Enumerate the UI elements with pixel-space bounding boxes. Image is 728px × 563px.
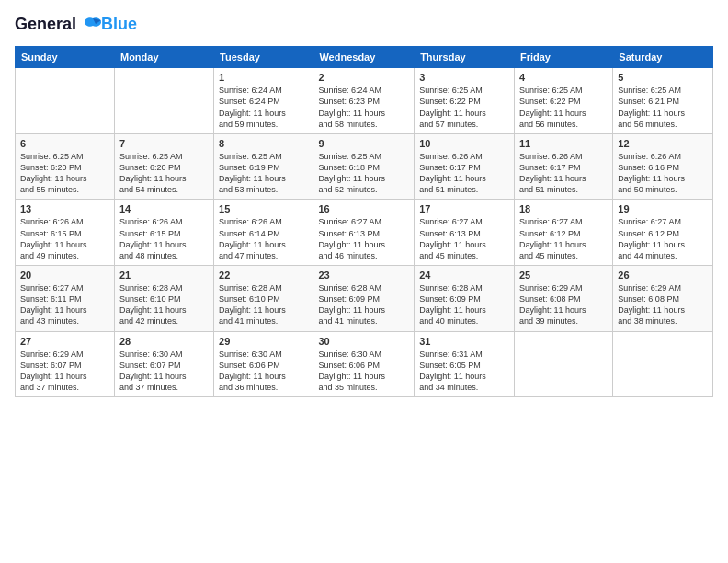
calendar-cell: 20Sunrise: 6:27 AM Sunset: 6:11 PM Dayli… xyxy=(16,265,115,331)
cell-content: Sunrise: 6:28 AM Sunset: 6:10 PM Dayligh… xyxy=(119,282,209,327)
calendar-cell: 16Sunrise: 6:27 AM Sunset: 6:13 PM Dayli… xyxy=(313,200,415,266)
logo: General Blue xyxy=(15,15,137,35)
day-number: 26 xyxy=(618,270,708,281)
calendar-cell xyxy=(114,68,213,134)
calendar-cell: 31Sunrise: 6:31 AM Sunset: 6:05 PM Dayli… xyxy=(415,331,515,397)
day-number: 14 xyxy=(119,203,209,214)
calendar-cell: 28Sunrise: 6:30 AM Sunset: 6:07 PM Dayli… xyxy=(114,331,213,397)
calendar-cell: 11Sunrise: 6:26 AM Sunset: 6:17 PM Dayli… xyxy=(514,133,612,200)
day-number: 31 xyxy=(419,336,509,347)
calendar-cell: 25Sunrise: 6:29 AM Sunset: 6:08 PM Dayli… xyxy=(514,265,612,331)
day-number: 21 xyxy=(119,270,209,281)
cell-content: Sunrise: 6:26 AM Sunset: 6:15 PM Dayligh… xyxy=(20,216,109,261)
day-number: 13 xyxy=(20,203,109,214)
cell-content: Sunrise: 6:24 AM Sunset: 6:23 PM Dayligh… xyxy=(318,85,409,130)
day-number: 5 xyxy=(618,72,708,83)
day-number: 10 xyxy=(419,138,509,149)
calendar-cell: 22Sunrise: 6:28 AM Sunset: 6:10 PM Dayli… xyxy=(214,265,313,331)
cell-content: Sunrise: 6:27 AM Sunset: 6:12 PM Dayligh… xyxy=(618,216,708,261)
header: General Blue xyxy=(15,15,713,35)
cell-content: Sunrise: 6:27 AM Sunset: 6:13 PM Dayligh… xyxy=(419,216,509,261)
day-number: 27 xyxy=(20,336,109,347)
calendar-cell: 27Sunrise: 6:29 AM Sunset: 6:07 PM Dayli… xyxy=(16,331,115,397)
calendar-day-header: Monday xyxy=(114,47,213,68)
calendar-cell: 14Sunrise: 6:26 AM Sunset: 6:15 PM Dayli… xyxy=(114,200,213,266)
calendar-cell: 9Sunrise: 6:25 AM Sunset: 6:18 PM Daylig… xyxy=(313,133,415,200)
cell-content: Sunrise: 6:27 AM Sunset: 6:11 PM Dayligh… xyxy=(20,282,109,327)
logo-blue: Blue xyxy=(101,15,137,35)
day-number: 30 xyxy=(318,336,409,347)
calendar-week-row: 13Sunrise: 6:26 AM Sunset: 6:15 PM Dayli… xyxy=(16,200,713,266)
calendar-week-row: 20Sunrise: 6:27 AM Sunset: 6:11 PM Dayli… xyxy=(16,265,713,331)
logo-bird-icon xyxy=(83,15,103,35)
day-number: 29 xyxy=(219,336,308,347)
calendar-day-header: Tuesday xyxy=(214,47,313,68)
day-number: 20 xyxy=(20,270,109,281)
cell-content: Sunrise: 6:28 AM Sunset: 6:09 PM Dayligh… xyxy=(318,282,409,327)
calendar-cell: 24Sunrise: 6:28 AM Sunset: 6:09 PM Dayli… xyxy=(415,265,515,331)
calendar-cell: 17Sunrise: 6:27 AM Sunset: 6:13 PM Dayli… xyxy=(415,200,515,266)
calendar-cell xyxy=(16,68,115,134)
calendar-cell: 8Sunrise: 6:25 AM Sunset: 6:19 PM Daylig… xyxy=(214,133,313,200)
day-number: 18 xyxy=(519,203,608,214)
day-number: 1 xyxy=(219,72,308,83)
day-number: 25 xyxy=(519,270,608,281)
calendar-cell: 3Sunrise: 6:25 AM Sunset: 6:22 PM Daylig… xyxy=(415,68,515,134)
cell-content: Sunrise: 6:30 AM Sunset: 6:06 PM Dayligh… xyxy=(219,349,308,394)
day-number: 12 xyxy=(618,138,708,149)
calendar-cell: 6Sunrise: 6:25 AM Sunset: 6:20 PM Daylig… xyxy=(16,133,115,200)
day-number: 23 xyxy=(318,270,409,281)
calendar-cell: 15Sunrise: 6:26 AM Sunset: 6:14 PM Dayli… xyxy=(214,200,313,266)
calendar-cell: 5Sunrise: 6:25 AM Sunset: 6:21 PM Daylig… xyxy=(613,68,713,134)
day-number: 2 xyxy=(318,72,409,83)
day-number: 24 xyxy=(419,270,509,281)
calendar-cell: 23Sunrise: 6:28 AM Sunset: 6:09 PM Dayli… xyxy=(313,265,415,331)
day-number: 9 xyxy=(318,138,409,149)
cell-content: Sunrise: 6:28 AM Sunset: 6:09 PM Dayligh… xyxy=(419,282,509,327)
calendar-day-header: Saturday xyxy=(613,47,713,68)
calendar-cell: 19Sunrise: 6:27 AM Sunset: 6:12 PM Dayli… xyxy=(613,200,713,266)
cell-content: Sunrise: 6:26 AM Sunset: 6:14 PM Dayligh… xyxy=(219,216,308,261)
day-number: 6 xyxy=(20,138,109,149)
day-number: 3 xyxy=(419,72,509,83)
calendar-cell: 10Sunrise: 6:26 AM Sunset: 6:17 PM Dayli… xyxy=(415,133,515,200)
cell-content: Sunrise: 6:31 AM Sunset: 6:05 PM Dayligh… xyxy=(419,349,509,394)
cell-content: Sunrise: 6:29 AM Sunset: 6:08 PM Dayligh… xyxy=(618,282,708,327)
calendar-cell: 21Sunrise: 6:28 AM Sunset: 6:10 PM Dayli… xyxy=(114,265,213,331)
cell-content: Sunrise: 6:30 AM Sunset: 6:06 PM Dayligh… xyxy=(318,349,409,394)
day-number: 17 xyxy=(419,203,509,214)
day-number: 16 xyxy=(318,203,409,214)
day-number: 28 xyxy=(119,336,209,347)
cell-content: Sunrise: 6:29 AM Sunset: 6:07 PM Dayligh… xyxy=(20,349,109,394)
day-number: 7 xyxy=(119,138,209,149)
calendar-cell: 1Sunrise: 6:24 AM Sunset: 6:24 PM Daylig… xyxy=(214,68,313,134)
calendar-day-header: Wednesday xyxy=(313,47,415,68)
cell-content: Sunrise: 6:27 AM Sunset: 6:12 PM Dayligh… xyxy=(519,216,608,261)
cell-content: Sunrise: 6:25 AM Sunset: 6:22 PM Dayligh… xyxy=(419,85,509,130)
cell-content: Sunrise: 6:26 AM Sunset: 6:17 PM Dayligh… xyxy=(419,151,509,196)
cell-content: Sunrise: 6:26 AM Sunset: 6:17 PM Dayligh… xyxy=(519,151,608,196)
calendar-cell: 26Sunrise: 6:29 AM Sunset: 6:08 PM Dayli… xyxy=(613,265,713,331)
calendar-cell: 2Sunrise: 6:24 AM Sunset: 6:23 PM Daylig… xyxy=(313,68,415,134)
day-number: 15 xyxy=(219,203,308,214)
cell-content: Sunrise: 6:24 AM Sunset: 6:24 PM Dayligh… xyxy=(219,85,308,130)
calendar-table: SundayMondayTuesdayWednesdayThursdayFrid… xyxy=(15,46,713,397)
calendar-week-row: 27Sunrise: 6:29 AM Sunset: 6:07 PM Dayli… xyxy=(16,331,713,397)
calendar-week-row: 6Sunrise: 6:25 AM Sunset: 6:20 PM Daylig… xyxy=(16,133,713,200)
calendar-cell xyxy=(613,331,713,397)
day-number: 22 xyxy=(219,270,308,281)
calendar-cell: 13Sunrise: 6:26 AM Sunset: 6:15 PM Dayli… xyxy=(16,200,115,266)
calendar-day-header: Sunday xyxy=(16,47,115,68)
calendar-header-row: SundayMondayTuesdayWednesdayThursdayFrid… xyxy=(16,47,713,68)
day-number: 11 xyxy=(519,138,608,149)
calendar-week-row: 1Sunrise: 6:24 AM Sunset: 6:24 PM Daylig… xyxy=(16,68,713,134)
logo-text: General xyxy=(15,15,103,35)
day-number: 8 xyxy=(219,138,308,149)
cell-content: Sunrise: 6:26 AM Sunset: 6:16 PM Dayligh… xyxy=(618,151,708,196)
cell-content: Sunrise: 6:25 AM Sunset: 6:21 PM Dayligh… xyxy=(618,85,708,130)
cell-content: Sunrise: 6:30 AM Sunset: 6:07 PM Dayligh… xyxy=(119,349,209,394)
day-number: 19 xyxy=(618,203,708,214)
calendar-day-header: Thursday xyxy=(415,47,515,68)
cell-content: Sunrise: 6:25 AM Sunset: 6:19 PM Dayligh… xyxy=(219,151,308,196)
calendar-day-header: Friday xyxy=(514,47,612,68)
